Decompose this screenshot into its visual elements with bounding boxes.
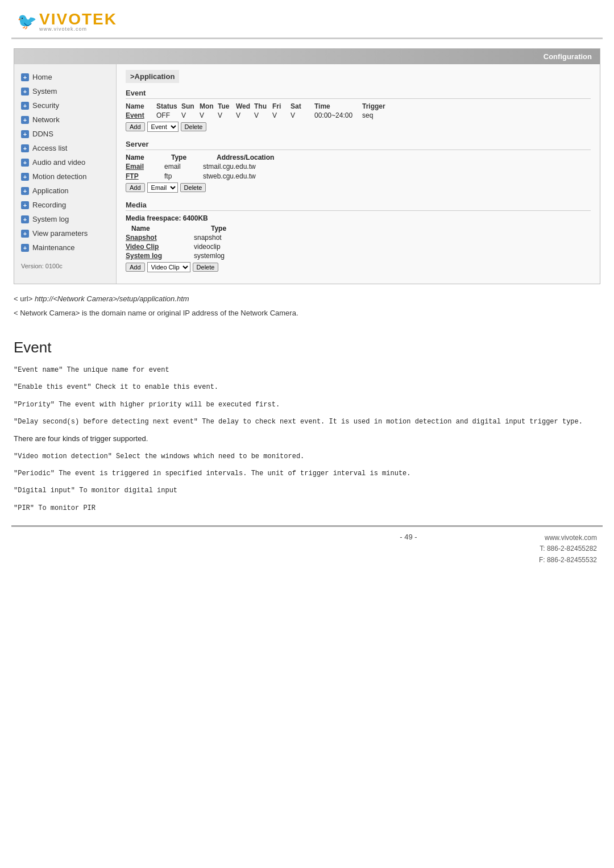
footer-content: - 49 - www.vivotek.com T: 886-2-82455282…	[0, 527, 614, 577]
server-section-heading: Server	[126, 140, 591, 150]
sidebar-label-access-list: Access list	[32, 144, 67, 152]
event-doc-text-1: "Enable this event" Check it to enable t…	[14, 383, 218, 391]
event-col-name: Name	[126, 102, 154, 110]
plus-icon-recording: +	[21, 201, 29, 209]
server-controls: Add Email Delete	[126, 182, 591, 193]
event-delete-button[interactable]: Delete	[181, 122, 207, 131]
media-controls: Add Video Clip Delete	[126, 262, 591, 272]
plus-icon-motion-detection: +	[21, 173, 29, 181]
sidebar-item-security[interactable]: + Security	[14, 98, 116, 113]
sidebar-item-maintenance[interactable]: + Maintenance	[14, 240, 116, 255]
server-delete-button[interactable]: Delete	[180, 183, 206, 192]
server-type-select[interactable]: Email	[147, 182, 178, 193]
sidebar-label-application: Application	[32, 186, 69, 195]
url-info-block: < url> http://<Network Camera>/setup/app…	[14, 294, 600, 303]
sidebar-version: Version: 0100c	[14, 258, 116, 274]
plus-icon-application: +	[21, 187, 29, 195]
plus-icon-system-log: +	[21, 215, 29, 223]
event-doc-text-6: "Periodic" The event is triggered in spe…	[14, 470, 411, 477]
config-body: + Home + System + Security + Network +	[14, 64, 600, 284]
media-videoclip-link[interactable]: Video Clip	[126, 243, 182, 251]
server-ftp-link[interactable]: FTP	[126, 172, 160, 180]
footer-fax: F: 886-2-82455532	[539, 555, 597, 566]
sidebar-item-audio-video[interactable]: + Audio and video	[14, 155, 116, 169]
media-row-systemlog: System log systemlog	[126, 252, 591, 260]
server-row-email: Email email stmail.cgu.edu.tw	[126, 163, 591, 171]
sidebar-item-system-log[interactable]: + System log	[14, 212, 116, 226]
event-doc-section: Event "Event name" The unique name for e…	[0, 339, 614, 514]
server-add-button[interactable]: Add	[126, 183, 145, 192]
plus-icon-home: +	[21, 73, 29, 81]
event-row-name-link[interactable]: Event	[126, 111, 154, 119]
event-row-fri: V	[272, 111, 288, 119]
event-doc-text-7: "Digital input" To monitor digital input	[14, 487, 177, 495]
media-snapshot-link[interactable]: Snapshot	[126, 234, 182, 242]
server-email-type: email	[164, 163, 198, 171]
media-section-heading: Media	[126, 201, 591, 211]
event-col-mon: Mon	[200, 102, 215, 110]
config-header: Configuration	[14, 49, 600, 64]
plus-icon-maintenance: +	[21, 244, 29, 252]
sidebar-label-network: Network	[32, 115, 60, 124]
sidebar-item-recording[interactable]: + Recording	[14, 198, 116, 212]
server-col-address: Address/Location	[217, 153, 274, 161]
media-delete-button[interactable]: Delete	[193, 263, 219, 272]
media-row-snapshot: Snapshot snapshot	[126, 234, 591, 242]
plus-icon-audio-video: +	[21, 159, 29, 167]
plus-icon-view-parameters: +	[21, 230, 29, 238]
sidebar-item-motion-detection[interactable]: + Motion detection	[14, 169, 116, 184]
event-table-row: Event OFF V V V V V V V 00:00~24:00 seq	[126, 111, 591, 119]
logo-block: VIVOTEK www.vivotek.com	[39, 10, 117, 32]
sidebar-item-application[interactable]: + Application	[14, 184, 116, 198]
media-systemlog-link[interactable]: System log	[126, 252, 182, 260]
media-type-select[interactable]: Video Clip	[147, 262, 190, 272]
config-header-label: Configuration	[544, 52, 592, 61]
sidebar: + Home + System + Security + Network +	[14, 64, 117, 284]
sidebar-label-motion-detection: Motion detection	[32, 172, 86, 181]
event-doc-para-6: "Periodic" The event is triggered in spe…	[14, 467, 600, 479]
sidebar-item-access-list[interactable]: + Access list	[14, 141, 116, 155]
event-table-header: Name Status Sun Mon Tue Wed Thu Fri Sat …	[126, 102, 591, 110]
event-doc-text-8: "PIR" To monitor PIR	[14, 504, 96, 512]
sidebar-item-home[interactable]: + Home	[14, 70, 116, 84]
top-logo: 🐦 VIVOTEK www.vivotek.com	[17, 10, 597, 32]
sidebar-item-view-parameters[interactable]: + View parameters	[14, 226, 116, 240]
event-type-select[interactable]: Event	[147, 122, 179, 132]
event-doc-para-8: "PIR" To monitor PIR	[14, 501, 600, 514]
event-row-trigger: seq	[362, 111, 391, 119]
top-logo-area: 🐦 VIVOTEK www.vivotek.com	[0, 0, 614, 38]
server-ftp-type: ftp	[164, 172, 198, 180]
sidebar-label-view-parameters: View parameters	[32, 229, 88, 238]
event-doc-para-7: "Digital input" To monitor digital input	[14, 484, 600, 496]
server-ftp-address: stweb.cgu.edu.tw	[203, 172, 256, 180]
event-row-sun: V	[181, 111, 197, 119]
event-doc-para-5: "Video motion detection" Select the wind…	[14, 450, 600, 462]
sidebar-label-ddns: DDNS	[32, 130, 53, 138]
main-wrapper: Configuration + Home + System + Security	[0, 39, 614, 330]
event-row-time: 00:00~24:00	[314, 111, 360, 119]
server-email-link[interactable]: Email	[126, 163, 160, 171]
sidebar-item-network[interactable]: + Network	[14, 113, 116, 127]
sidebar-label-maintenance: Maintenance	[32, 243, 74, 252]
server-table-header: Name Type Address/Location	[126, 153, 591, 161]
sidebar-item-system[interactable]: + System	[14, 84, 116, 98]
plus-icon-access-list: +	[21, 144, 29, 152]
event-doc-text-0: "Event name" The unique name for event	[14, 366, 169, 374]
media-col-type: Type	[211, 225, 226, 232]
footer-website: www.vivotek.com	[539, 533, 597, 543]
sidebar-label-audio-video: Audio and video	[32, 158, 85, 167]
media-section: Media Media freespace: 6400KB Name Type …	[126, 201, 591, 272]
footer-phone: T: 886-2-82455282	[539, 543, 597, 554]
plus-icon-system: +	[21, 88, 29, 95]
event-doc-para-3: "Delay second(s) before detecting next e…	[14, 415, 600, 427]
media-snapshot-type: snapshot	[194, 234, 222, 242]
sidebar-label-recording: Recording	[32, 201, 66, 209]
sidebar-item-ddns[interactable]: + DDNS	[14, 127, 116, 141]
event-row-tue: V	[218, 111, 234, 119]
event-add-button[interactable]: Add	[126, 122, 145, 131]
media-add-button[interactable]: Add	[126, 263, 145, 272]
event-doc-para-0: "Event name" The unique name for event	[14, 363, 600, 376]
event-row-status: OFF	[156, 111, 179, 119]
logo-bird-icon: 🐦	[17, 12, 37, 31]
event-col-sat: Sat	[291, 102, 306, 110]
